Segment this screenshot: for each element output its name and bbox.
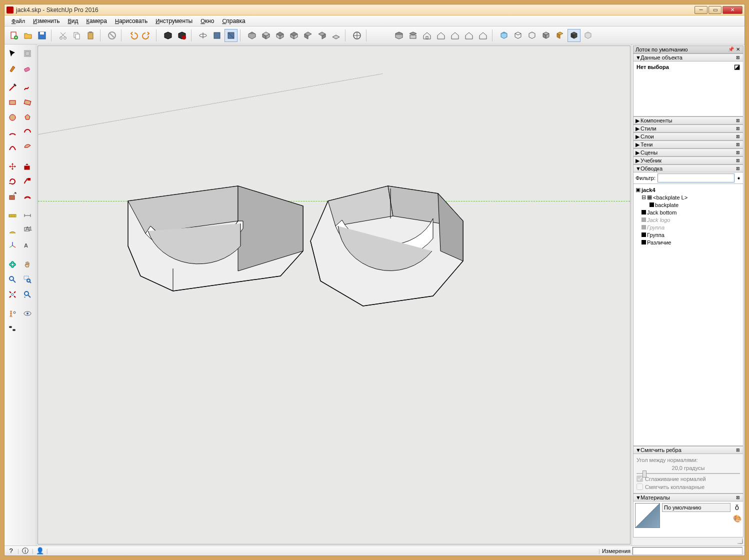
xray-icon[interactable] [498, 29, 510, 42]
zoom2-icon[interactable] [6, 272, 20, 286]
3dtext-icon[interactable]: A [20, 238, 34, 252]
line-icon[interactable] [6, 80, 20, 94]
shaded-icon[interactable] [540, 29, 552, 42]
walk-icon[interactable] [406, 29, 420, 42]
new-icon[interactable] [8, 29, 20, 42]
rectangle-icon[interactable] [6, 96, 20, 110]
panel-close-icon[interactable]: ⊠ [735, 495, 741, 500]
filter-input[interactable] [658, 174, 734, 182]
top-icon[interactable] [260, 29, 272, 42]
component-icon[interactable] [20, 46, 34, 60]
panel-scenes-header[interactable]: ▶Сцены⊠ [633, 148, 744, 156]
followme-icon[interactable] [20, 174, 34, 188]
panel-close-icon[interactable]: ⊠ [735, 166, 741, 171]
viewport[interactable] [38, 46, 630, 544]
warehouse-icon[interactable] [176, 29, 188, 42]
info-icon[interactable]: ⓘ [21, 546, 30, 556]
print-icon[interactable] [162, 29, 174, 42]
fog-icon[interactable] [582, 29, 594, 42]
tree-item[interactable]: Jack logo [636, 216, 741, 224]
rotrect-icon[interactable] [20, 96, 34, 110]
panel-close-icon[interactable]: ⊠ [735, 150, 741, 155]
offset-icon[interactable] [20, 190, 34, 204]
position-icon[interactable] [6, 306, 20, 320]
panel-close-icon[interactable]: ⊠ [735, 158, 741, 163]
wireframe-icon[interactable] [512, 29, 524, 42]
save-icon[interactable] [36, 29, 48, 42]
entity-options-icon[interactable]: ◪ [734, 63, 740, 70]
soft-coplanar-checkbox[interactable] [636, 484, 643, 490]
panel-layers-header[interactable]: ▶Слои⊠ [633, 132, 744, 140]
material-sample-icon[interactable]: ŏ [732, 503, 742, 512]
minimize-button[interactable]: ─ [694, 6, 708, 14]
walk2-icon[interactable] [6, 322, 20, 336]
menu-draw[interactable]: Нарисовать [111, 16, 152, 26]
left-icon[interactable] [316, 29, 328, 42]
angle-slider[interactable] [636, 473, 740, 474]
prev-icon[interactable] [20, 288, 34, 302]
protractor-icon[interactable] [6, 224, 20, 238]
axes-icon[interactable] [6, 238, 20, 252]
measurements-input[interactable] [632, 547, 742, 555]
rotate-icon[interactable] [6, 174, 20, 188]
arc-icon[interactable] [6, 126, 20, 140]
help-icon[interactable]: ? [6, 546, 16, 556]
panel-close-icon[interactable]: ⊠ [735, 142, 741, 147]
bottom-icon[interactable] [330, 29, 342, 42]
mono-icon[interactable] [568, 29, 580, 42]
copy-icon[interactable] [70, 29, 84, 42]
paint-icon[interactable] [6, 62, 20, 76]
polygon-icon[interactable] [20, 110, 34, 124]
menu-file[interactable]: Файл [8, 16, 29, 26]
back-icon[interactable] [302, 29, 314, 42]
iso-icon[interactable] [246, 29, 258, 42]
tree-item[interactable]: ⊟▦<backplate L> [636, 194, 741, 201]
material-name-input[interactable] [662, 503, 730, 512]
zoomext-icon[interactable] [6, 288, 20, 302]
house3-icon[interactable] [448, 29, 462, 42]
filter-arrow-icon[interactable]: ➧ [736, 175, 741, 182]
arc2-icon[interactable] [20, 126, 34, 140]
outliner-tree[interactable]: ▣jack4 ⊟▦<backplate L> backplate Jack bo… [633, 184, 744, 446]
pan2-icon[interactable] [20, 258, 34, 272]
move-icon[interactable] [6, 160, 20, 174]
menu-help[interactable]: Справка [218, 16, 249, 26]
front-icon[interactable] [274, 29, 286, 42]
menu-edit[interactable]: Изменить [29, 16, 64, 26]
collapse-icon[interactable]: ⊟ [642, 194, 646, 200]
tree-root[interactable]: ▣jack4 [636, 186, 741, 194]
dimension-icon[interactable] [20, 208, 34, 222]
freehand-icon[interactable] [20, 80, 34, 94]
undo-icon[interactable] [126, 29, 140, 42]
tree-item[interactable]: Различие [636, 238, 741, 246]
panel-close-icon[interactable]: ⊠ [735, 118, 741, 123]
maximize-button[interactable]: ▭ [708, 6, 722, 14]
orbit2-icon[interactable] [6, 258, 20, 272]
house1-icon[interactable] [420, 29, 434, 42]
tree-item[interactable]: backplate [636, 201, 741, 208]
panel-instructor-header[interactable]: ▶Учебник⊠ [633, 156, 744, 164]
menu-window[interactable]: Окно [196, 16, 218, 26]
right-icon[interactable] [288, 29, 300, 42]
panel-close-icon[interactable]: ⊠ [735, 448, 741, 452]
panel-soften-header[interactable]: ▼Смягчить ребра⊠ [633, 446, 744, 454]
paste-icon[interactable] [84, 29, 98, 42]
zoomwin-icon[interactable] [20, 272, 34, 286]
house5-icon[interactable] [476, 29, 490, 42]
pin-icon[interactable]: 📌 [728, 46, 734, 52]
resize-grip[interactable] [633, 538, 744, 544]
house2-icon[interactable] [434, 29, 448, 42]
material-create-icon[interactable]: 🎨 [732, 514, 742, 523]
orbit-icon[interactable] [196, 29, 210, 42]
menu-view[interactable]: Вид [64, 16, 82, 26]
arc3-icon[interactable] [6, 140, 20, 154]
lookaround-icon[interactable] [20, 306, 34, 320]
material-swatch[interactable] [635, 503, 660, 528]
panel-styles-header[interactable]: ▶Стили⊠ [633, 124, 744, 132]
menu-camera[interactable]: Камера [82, 16, 111, 26]
panel-close-icon[interactable]: ⊠ [735, 55, 741, 60]
panel-entity-header[interactable]: ▼ Данные объекта ⊠ [633, 54, 744, 62]
pushpull-icon[interactable] [20, 160, 34, 174]
panel-components-header[interactable]: ▶Компоненты⊠ [633, 116, 744, 124]
pan-icon[interactable] [210, 29, 224, 42]
